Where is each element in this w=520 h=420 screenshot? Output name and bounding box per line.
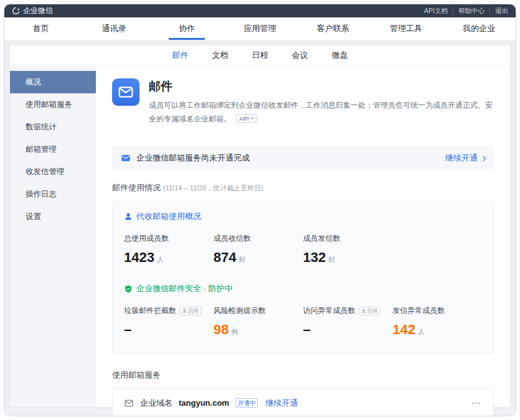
security-section-title: 企业微信邮件安全 · 防护中 [136,283,233,294]
workspace: 邮件 文档 日程 会议 微盘 概况 使用邮箱服务 数据统计 邮箱管理 收发信管理… [4,40,516,416]
shield-icon [124,284,133,294]
subnav-mail[interactable]: 邮件 [173,50,189,61]
brand-name: 企业微信 [23,6,53,16]
nav-tools[interactable]: 管理工具 [369,17,442,40]
disabled-badge: 未启用 [359,307,381,315]
topbar: 企业微信 API文档 帮助中心 退出 [4,4,516,17]
page-header-text: 邮件 成员可以将工作邮箱绑定到企业微信收发邮件，工作消息归集一处；管理员也可统一… [149,78,494,126]
stat-unit: 人 [418,327,425,337]
stat-unit: 人 [157,255,164,264]
disabled-badge: 未启用 [179,307,201,315]
collect-section-title: 代收邮箱使用概况 [136,211,201,222]
stat-total-members: 总使用成员数 1423人 [124,233,214,266]
domain-continue-link[interactable]: 继续开通 [265,398,298,409]
sidebar-item-mailbox-management[interactable]: 邮箱管理 [10,138,96,161]
stat-abnormal-senders: 发信异常成员数 142人 [392,306,482,338]
sidebar-item-logs[interactable]: 操作日志 [10,183,96,205]
nav-collaboration[interactable]: 协作 [151,17,224,40]
domain-name: tangyun.com [179,398,229,408]
stat-unit: 封 [328,255,335,264]
mail-app-icon [112,78,139,106]
stat-value: 874 [214,250,237,266]
notice-text: 企业微信邮箱服务尚未开通完成 [136,152,250,164]
stat-spam-intercepted: 垃圾邮件拦截数 未启用 – [124,306,214,338]
chevron-right-icon [481,156,486,161]
stat-label: 垃圾邮件拦截数 [124,306,176,316]
page-description: 成员可以将工作邮箱绑定到企业微信收发邮件，工作消息归集一处；管理员也可统一为成员… [149,99,494,126]
logout-link[interactable]: 退出 [495,7,508,16]
sidebar-item-settings[interactable]: 设置 [10,205,96,228]
sidebar: 概况 使用邮箱服务 数据统计 邮箱管理 收发信管理 操作日志 设置 [10,66,96,407]
page-title: 邮件 [149,78,494,95]
subnav-drive[interactable]: 微盘 [332,50,348,61]
person-icon [124,212,133,221]
stat-label: 成员收信数 [214,233,251,244]
collect-section-header: 代收邮箱使用概况 [124,211,482,222]
stat-value: – [303,322,311,338]
topbar-links: API文档 帮助中心 退出 [424,7,508,16]
divider [112,136,494,136]
service-section-header: 使用邮箱服务 [112,370,494,381]
sub-nav: 邮件 文档 日程 会议 微盘 [10,45,510,66]
primary-nav: 首页 通讯录 协作 应用管理 客户联系 管理工具 我的企业 [4,17,516,40]
main-content: 邮件 成员可以将工作邮箱绑定到企业微信收发邮件，工作消息归集一处；管理员也可统一… [96,66,510,407]
stat-value: 132 [303,250,326,266]
stat-value: 1423 [124,250,154,266]
nav-apps[interactable]: 应用管理 [224,17,296,40]
status-badge: 开通中 [235,398,258,408]
page-header: 邮件 成员可以将工作邮箱绑定到企业微信收发邮件，工作消息归集一处；管理员也可统一… [112,78,494,126]
stat-value: 98 [214,322,229,338]
sidebar-item-statistics[interactable]: 数据统计 [10,116,96,138]
mail-icon [121,153,131,163]
subnav-meeting[interactable]: 会议 [292,50,308,61]
api-dropdown-label: API [239,113,248,124]
nav-company[interactable]: 我的企业 [443,17,516,40]
api-docs-link[interactable]: API文档 [424,7,448,16]
stat-label: 风险检测提示数 [214,306,266,316]
subnav-schedule[interactable]: 日程 [252,50,268,61]
chevron-down-icon [250,116,254,119]
nav-contacts[interactable]: 通讯录 [77,17,150,40]
usage-section-header: 邮件使用情况 (11/14 – 11/20，统计截止至昨日) [112,182,494,194]
continue-setup-link[interactable]: 继续开通 [445,152,485,164]
stat-unit: 例 [231,327,238,337]
divider [489,8,490,14]
service-section-title: 使用邮箱服务 [112,370,161,381]
domain-label: 企业域名 [140,398,173,409]
stat-label: 发信异常成员数 [392,306,445,316]
setup-notice-bar: 企业微信邮箱服务尚未开通完成 继续开通 [112,146,494,170]
nav-home[interactable]: 首页 [4,17,77,40]
stats-card: 代收邮箱使用概况 总使用成员数 1423人 成员收信数 874封 [112,201,494,353]
sidebar-item-overview[interactable]: 概况 [10,71,96,93]
usage-section-title: 邮件使用情况 [112,182,161,194]
security-stats: 垃圾邮件拦截数 未启用 – 风险检测提示数 98例 [124,306,482,338]
panel: 邮件 文档 日程 会议 微盘 概况 使用邮箱服务 数据统计 邮箱管理 收发信管理… [10,45,510,407]
envelope-icon [124,398,134,408]
description-text: 成员可以将工作邮箱绑定到企业微信收发邮件，工作消息归集一处；管理员也可统一为成员… [149,101,493,123]
stat-sent: 成员发信数 132封 [303,233,393,266]
stat-label: 总使用成员数 [124,233,169,244]
stat-risk-alerts: 风险检测提示数 98例 [214,306,303,338]
app-window: 企业微信 API文档 帮助中心 退出 首页 通讯录 协作 应用管理 客户联系 管… [4,4,516,416]
stat-label: 成员发信数 [303,233,341,244]
brand[interactable]: 企业微信 [12,6,53,16]
collect-stats: 总使用成员数 1423人 成员收信数 874封 成员发信数 132封 [124,233,482,266]
security-section-header: 企业微信邮件安全 · 防护中 [124,283,482,294]
content: 概况 使用邮箱服务 数据统计 邮箱管理 收发信管理 操作日志 设置 [10,66,510,407]
help-center-link[interactable]: 帮助中心 [458,7,485,16]
subnav-docs[interactable]: 文档 [212,50,229,61]
continue-setup-label: 继续开通 [445,152,478,164]
stat-value: 142 [392,322,415,338]
usage-period: (11/14 – 11/20，统计截止至昨日) [163,184,263,193]
api-dropdown-button[interactable]: API [236,114,256,123]
sidebar-item-mail-service[interactable]: 使用邮箱服务 [10,93,96,116]
domain-row: 企业域名 tangyun.com 开通中 继续开通 ⋯ [112,388,494,416]
more-button[interactable]: ⋯ [471,398,482,408]
stat-value: – [124,322,131,338]
stat-received: 成员收信数 874封 [214,233,303,266]
sidebar-item-send-receive[interactable]: 收发信管理 [10,161,96,183]
stat-abnormal-access: 访问异常成员数 未启用 – [303,306,393,338]
nav-customer[interactable]: 客户联系 [296,17,369,40]
wecom-logo-icon [12,7,20,15]
divider [453,8,453,14]
